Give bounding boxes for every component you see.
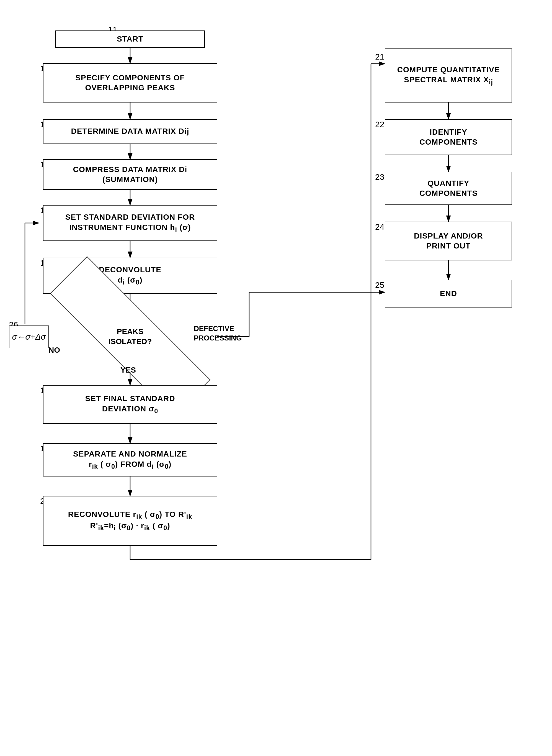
diagram: 11 START 12 SPECIFY COMPONENTS OFOVERLAP… (0, 0, 552, 756)
arrows-svg (0, 0, 552, 756)
box-start: START (55, 30, 205, 48)
diamond-17: PEAKSISOLATED? (43, 310, 217, 363)
box-13: DETERMINE DATA MATRIX Dij (43, 119, 217, 143)
defective-label: DEFECTIVEPROCESSING (194, 324, 242, 343)
box-21: COMPUTE QUANTITATIVESPECTRAL MATRIX Xij (385, 48, 512, 103)
step-23-label: 23 (375, 172, 384, 182)
box-19: SEPARATE AND NORMALIZErik ( σ0) FROM di … (43, 443, 217, 476)
box-22: IDENTIFYCOMPONENTS (385, 119, 512, 155)
box-20: RECONVOLUTE rik ( σ0) TO R'ikR'ik=hi (σ0… (43, 496, 217, 546)
box-23: QUANTIFYCOMPONENTS (385, 172, 512, 205)
box-24: DISPLAY AND/ORPRINT OUT (385, 222, 512, 260)
box-14: COMPRESS DATA MATRIX Di(SUMMATION) (43, 159, 217, 190)
yes-label: YES (120, 366, 136, 374)
box-18: SET FINAL STANDARDDEVIATION σ0 (43, 385, 217, 424)
sigma-box: σ←σ+Δσ (9, 325, 49, 348)
step-24-label: 24 (375, 222, 384, 232)
step-25-label: 25 (375, 280, 384, 290)
box-end: END (385, 280, 512, 308)
box-15: SET STANDARD DEVIATION FORINSTRUMENT FUN… (43, 205, 217, 241)
step-21-label: 21 (375, 52, 384, 62)
step-22-label: 22 (375, 120, 384, 129)
no-label: NO (48, 346, 60, 354)
box-12: SPECIFY COMPONENTS OFOVERLAPPING PEAKS (43, 63, 217, 103)
